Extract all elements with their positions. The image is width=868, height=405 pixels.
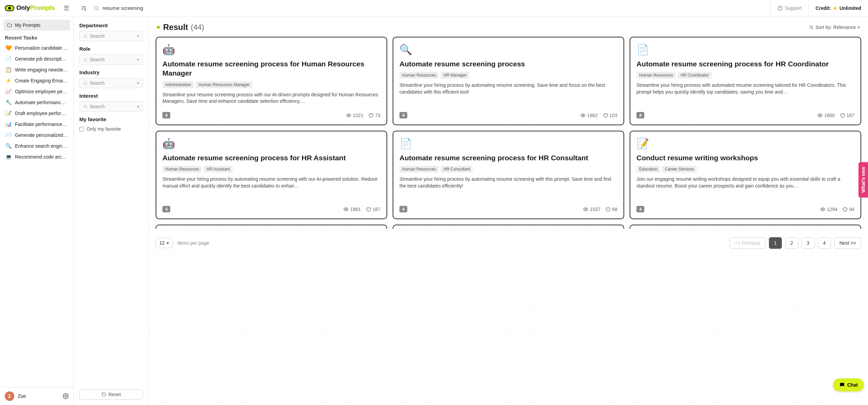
page-button[interactable]: 4 (818, 237, 831, 249)
recent-task-item[interactable]: 📋Write engaging newslett… (3, 64, 70, 75)
star-icon: ★ (833, 5, 837, 11)
svg-point-8 (348, 115, 349, 116)
filter-placeholder: Search (90, 33, 105, 39)
card-badge: 4 (636, 206, 644, 212)
task-icon: 📝 (5, 110, 12, 116)
brand-text-a: Only (16, 4, 30, 11)
search-icon (83, 58, 88, 62)
recent-task-item[interactable]: 📈Optimize employee perf… (3, 86, 70, 97)
filter-industry-label: Industry (79, 69, 143, 75)
prev-page-button[interactable]: << Previous (730, 237, 766, 249)
page-button[interactable]: 3 (802, 237, 815, 249)
prompt-card[interactable]: 🔍 Automate resume screening process Huma… (393, 37, 624, 125)
brand-text-b: Prompts (30, 4, 55, 11)
credit-display: Credit: ★ Unlimited (808, 0, 868, 16)
recent-task-item[interactable]: ✉️Generate personalized o… (3, 130, 70, 141)
filter-role-select[interactable]: Search ▾ (79, 54, 143, 65)
search-icon (83, 34, 88, 38)
menu-toggle-icon[interactable]: ☰ (64, 4, 69, 12)
task-label: Optimize employee perf… (15, 89, 68, 94)
svg-point-5 (84, 58, 86, 61)
svg-point-7 (84, 105, 86, 108)
task-icon: 📈 (5, 88, 12, 95)
whats-new-tab[interactable]: What's new (858, 162, 868, 197)
recent-task-item[interactable]: 💻Recommend code archit… (3, 151, 70, 162)
card-description: Streamline your hiring process by automa… (399, 82, 617, 95)
sort-icon (809, 25, 814, 30)
card-likes: 94 (842, 207, 854, 212)
recent-task-item[interactable]: 📝Draft employee perform… (3, 108, 70, 119)
per-page-label: Items per page (177, 240, 209, 246)
prompt-card[interactable]: 🤖 Automate resume screening process for … (156, 37, 387, 125)
prompt-card[interactable]: 🤖 Automate resume screening process for … (156, 131, 387, 219)
task-label: Generate personalized o… (15, 132, 68, 138)
card-likes: 187 (366, 207, 380, 212)
items-per-page-select[interactable]: 12 ▾ (156, 238, 173, 248)
next-page-button[interactable]: Next >> (834, 237, 861, 249)
logo-region: OnlyPrompts ☰ (0, 4, 74, 12)
sort-by-dropdown[interactable]: Sort by: Relevance ▾ (809, 25, 860, 30)
support-link[interactable]: Support (770, 0, 808, 16)
prompt-card[interactable]: 📄 Automate resume screening process for … (630, 37, 861, 125)
card-likes: 73 (368, 113, 380, 118)
card-tags: AdministrationHuman Resources Manager (162, 81, 380, 88)
recent-task-item[interactable]: 🔧Automate performance r… (3, 97, 70, 108)
sort-by-label: Sort by: Relevance (816, 25, 856, 30)
search-icon (83, 104, 88, 109)
card-tag: Human Resources Manager (196, 81, 252, 88)
only-favorite-checkbox[interactable]: Only my favorite (79, 126, 143, 132)
card-tag: Human Resources (162, 166, 202, 173)
card-badge: 4 (162, 206, 170, 212)
search-input[interactable] (102, 5, 222, 11)
recent-task-item[interactable]: 🧡Personalize candidate o… (3, 43, 70, 53)
card-tags: Human ResourcesHR Manager (399, 72, 617, 79)
card-footer: 4 1862 103 (399, 112, 617, 118)
prompt-card[interactable]: 📄 Automate resume screening process for … (393, 131, 624, 219)
card-views: 1861 (343, 207, 361, 212)
settings-icon[interactable] (63, 393, 69, 399)
card-title: Automate resume screening process for HR… (636, 59, 854, 68)
card-description: Streamline your hiring process by automa… (162, 176, 380, 189)
brand-logo[interactable]: OnlyPrompts (5, 4, 55, 12)
reset-icon (101, 392, 106, 397)
chat-label: Chat (847, 382, 858, 388)
page-button[interactable]: 1 (769, 237, 782, 249)
prompt-card[interactable]: 📝 Conduct resume writing workshops Educa… (630, 131, 861, 219)
card-views: 1660 (817, 113, 835, 118)
filter-favorite-label: My favorite (79, 116, 143, 122)
task-icon: 🧡 (5, 45, 12, 51)
filter-interest-label: Interest (79, 93, 143, 99)
sort-icon[interactable] (81, 5, 87, 11)
chevron-down-icon: ▾ (137, 104, 139, 109)
svg-point-2 (780, 9, 780, 10)
recent-task-item[interactable]: 📄Generate job description… (3, 53, 70, 64)
recent-task-item[interactable]: 🔍Enhance search engine … (3, 141, 70, 151)
prompt-card-peek (393, 225, 624, 229)
task-icon: 📋 (5, 67, 12, 73)
filter-department-select[interactable]: Search ▾ (79, 31, 143, 41)
task-label: Recommend code archit… (15, 154, 68, 160)
sidebar: My Prompts Recent Tasks 🧡Personalize can… (0, 0, 74, 405)
chat-button[interactable]: Chat (833, 378, 864, 391)
card-badge: 4 (399, 112, 407, 118)
prompt-card-peek (630, 225, 861, 229)
results-header: Result (44) Sort by: Relevance ▾ (156, 20, 861, 37)
recent-task-item[interactable]: ⚡Create Engaging Email C… (3, 75, 70, 86)
recent-task-item[interactable]: 📊Facilitate performance r… (3, 119, 70, 130)
only-favorite-input[interactable] (79, 127, 84, 131)
card-title: Automate resume screening process for HR… (162, 153, 380, 162)
task-label: Personalize candidate o… (15, 45, 68, 51)
my-prompts-button[interactable]: My Prompts (3, 20, 70, 31)
user-avatar[interactable]: Z (5, 391, 14, 401)
card-tag: Human Resources (636, 72, 676, 79)
page-button[interactable]: 2 (785, 237, 798, 249)
filter-industry-select[interactable]: Search ▾ (79, 78, 143, 88)
card-title: Automate resume screening process (399, 59, 617, 68)
card-footer: 4 1861 187 (162, 206, 380, 212)
topbar-mid (74, 5, 770, 11)
per-page-value: 12 (159, 240, 165, 246)
card-badge: 4 (162, 112, 170, 118)
reset-button[interactable]: Reset (79, 389, 143, 400)
card-views: 1537 (583, 207, 600, 212)
filter-interest-select[interactable]: Search ▾ (79, 101, 143, 112)
